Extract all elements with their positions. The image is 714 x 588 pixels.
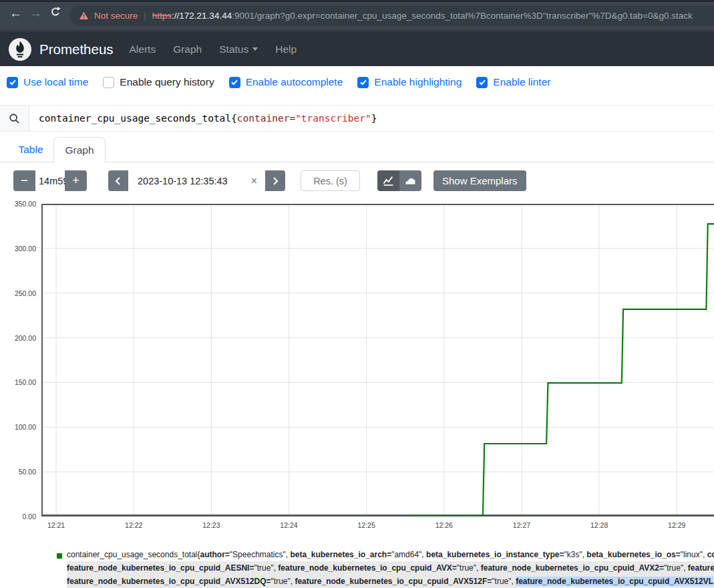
legend-label-name: co: [707, 550, 714, 559]
graph-plot-area[interactable]: [41, 204, 714, 517]
checkbox-enable-query-history[interactable]: Enable query history: [103, 76, 214, 88]
tab-graph[interactable]: Graph: [53, 137, 106, 163]
legend-label-value: "amd64",: [391, 550, 426, 559]
query-expression-input[interactable]: container_cpu_usage_seconds_total{contai…: [29, 106, 714, 131]
nav-item-label: Alerts: [130, 43, 156, 55]
warning-triangle-icon: [79, 11, 89, 20]
checkbox-label: Enable highlighting: [374, 76, 462, 88]
window-top-strip: [0, 0, 714, 2]
legend-label-name: feature_node_kubernetes_io_cpu_cpuid_AVX…: [295, 577, 492, 586]
url-host: ://172.21.34.44: [172, 11, 232, 21]
check-icon: [9, 78, 17, 86]
back-icon[interactable]: ←: [9, 6, 22, 21]
decrease-range-button[interactable]: −: [13, 170, 35, 191]
query-token-label: container=: [237, 113, 295, 124]
show-exemplars-button[interactable]: Show Exemplars: [433, 170, 526, 191]
y-axis-tick-label: 350.00: [15, 200, 36, 208]
x-axis-labels: 12:2112:2212:2312:2412:2512:2612:2712:28…: [41, 521, 714, 532]
legend-label-value: "linux",: [681, 550, 707, 559]
chevron-right-icon: [271, 176, 279, 186]
nav-item-label: Graph: [173, 43, 202, 55]
stacked-chart-button[interactable]: [399, 170, 421, 191]
x-axis-tick-label: 12:23: [196, 521, 226, 529]
legend-line: feature_node_kubernetes_io_cpu_cpuid_AES…: [67, 561, 714, 575]
next-time-button[interactable]: [265, 170, 285, 191]
url-scheme: https: [152, 11, 172, 21]
checkbox-icon[interactable]: [229, 77, 240, 88]
range-input[interactable]: 14m59s: [35, 170, 65, 191]
x-axis-tick-label: 12:21: [41, 521, 71, 529]
legend-label-name: feature: [688, 563, 714, 573]
x-axis-tick-label: 12:25: [352, 521, 381, 529]
checkbox-label: Use local time: [23, 76, 88, 88]
checkbox-label: Enable autocomplete: [246, 76, 343, 88]
checkbox-icon[interactable]: [476, 77, 488, 88]
query-token-brace: {: [231, 113, 237, 124]
query-search-addon: [0, 106, 29, 131]
series-line: [409, 224, 714, 517]
checkbox-enable-linter[interactable]: Enable linter: [476, 76, 550, 88]
brand-title[interactable]: Prometheus: [39, 41, 114, 57]
checkbox-icon[interactable]: [7, 77, 18, 88]
y-axis-tick-label: 50.00: [19, 468, 36, 476]
legend-label-value: "true",: [492, 577, 516, 586]
increase-range-button[interactable]: +: [65, 170, 87, 191]
stacked-chart-icon: [405, 175, 416, 186]
duration-control-group: − 14m59s +: [13, 170, 87, 191]
url-bar[interactable]: Not secure | https ://172.21.34.44 :9001…: [69, 5, 714, 26]
legend-line: container_cpu_usage_seconds_total{author…: [67, 548, 714, 561]
panel-tabs: Table Graph: [0, 137, 714, 162]
x-axis-tick-label: 12:22: [119, 521, 148, 529]
graph-canvas: [41, 204, 714, 517]
query-token-brace: }: [371, 113, 377, 124]
datetime-input[interactable]: 2023-10-13 12:35:43 ×: [128, 170, 265, 191]
forward-icon[interactable]: →: [29, 6, 42, 21]
nav-item-status[interactable]: Status: [219, 43, 258, 55]
legend-label-name: author=: [200, 550, 230, 559]
checkbox-enable-highlighting[interactable]: Enable highlighting: [357, 76, 462, 88]
x-axis-tick-label: 12:28: [584, 521, 614, 529]
legend-label-value: "k3s",: [564, 550, 586, 559]
browser-chrome: ← → Not secure | https ://172.21.34.44 :…: [0, 0, 714, 32]
clear-datetime-icon[interactable]: ×: [251, 175, 257, 187]
checkbox-label: Enable query history: [120, 76, 214, 88]
datetime-value: 2023-10-13 12:35:43: [138, 176, 228, 186]
datetime-control-group: 2023-10-13 12:35:43 ×: [108, 170, 285, 191]
checkbox-icon[interactable]: [103, 77, 114, 88]
legend-label-value: "true",: [254, 563, 278, 573]
legend-label-value: "true",: [457, 563, 481, 573]
nav-item-label: Help: [275, 43, 297, 55]
resolution-input[interactable]: Res. (s): [301, 170, 360, 191]
y-axis-tick-label: 200.00: [15, 334, 36, 342]
nav-item-help[interactable]: Help: [275, 43, 297, 55]
x-axis-tick-label: 12:27: [507, 521, 536, 529]
query-bar: container_cpu_usage_seconds_total{contai…: [0, 105, 714, 132]
checkbox-use-local-time[interactable]: Use local time: [7, 76, 88, 88]
line-chart-icon: [383, 175, 394, 186]
legend-label-name: feature_node_kubernetes_io_cpu_cpuid_AVX…: [67, 577, 271, 586]
line-chart-button[interactable]: [377, 170, 399, 191]
reload-icon[interactable]: [49, 6, 61, 21]
y-axis-labels: 0.0050.00100.00150.00200.00250.00300.003…: [0, 204, 38, 517]
legend-label-name: feature_node_kubernetes_io_cpu_cpuid_AVX…: [278, 563, 457, 573]
series-color-swatch: [57, 553, 62, 559]
nav-item-graph[interactable]: Graph: [173, 43, 202, 55]
legend-label-name: feature_node_kubernetes_io_cpu_cpuid_AVX…: [481, 563, 664, 573]
y-axis-tick-label: 100.00: [15, 423, 36, 431]
chevron-left-icon: [114, 176, 122, 186]
checkbox-icon[interactable]: [357, 77, 369, 88]
legend-label-name: beta_kubernetes_io_os=: [586, 550, 680, 559]
legend-label-name: feature_node_kubernetes_io_cpu_cpuid_AES…: [67, 563, 254, 573]
query-token-string: "transcriber": [295, 113, 371, 124]
check-icon: [478, 78, 486, 86]
tab-table[interactable]: Table: [8, 137, 53, 162]
check-icon: [359, 78, 367, 86]
url-path: :9001/graph?g0.expr=container_cpu_usage_…: [232, 11, 693, 21]
legend-label-name: feature_node_kubernetes_io_cpu_cpuid_AVX…: [516, 577, 713, 586]
previous-time-button[interactable]: [108, 170, 128, 191]
legend-label-value: "true",: [664, 563, 688, 573]
checkbox-enable-autocomplete[interactable]: Enable autocomplete: [229, 76, 343, 88]
prometheus-logo-icon: [9, 38, 31, 61]
legend-label-name: beta_kubernetes_io_instance_type=: [426, 550, 564, 559]
nav-item-alerts[interactable]: Alerts: [130, 43, 156, 55]
